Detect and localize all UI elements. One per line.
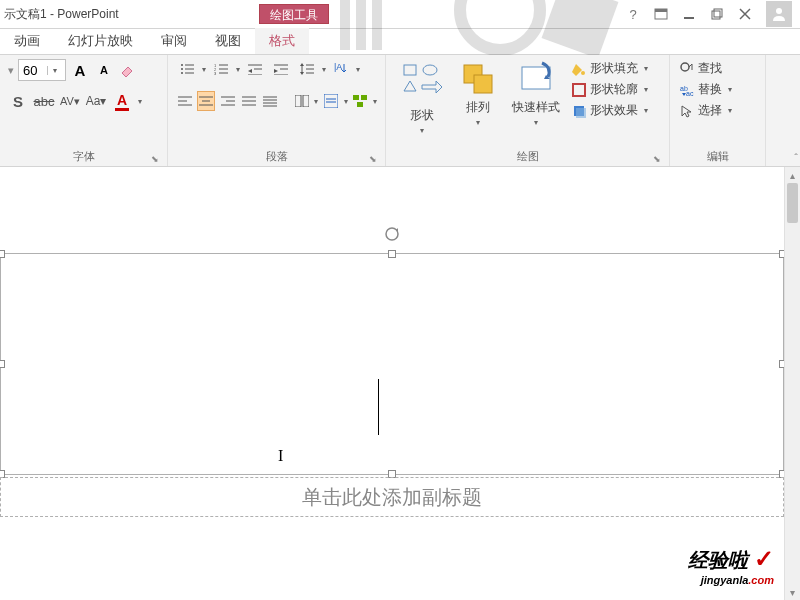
svg-rect-6 bbox=[655, 9, 667, 12]
columns-icon[interactable] bbox=[293, 91, 310, 111]
font-size-value: 60 bbox=[23, 63, 37, 78]
tab-animation[interactable]: 动画 bbox=[0, 28, 54, 54]
font-dialog-launcher[interactable]: ⬊ bbox=[151, 154, 159, 164]
shape-outline-button[interactable]: 形状轮廓▾ bbox=[570, 80, 650, 99]
quick-styles-button[interactable]: 快速样式 ▾ bbox=[506, 59, 566, 129]
editing-group-label: 编辑 bbox=[707, 150, 729, 162]
shape-fill-button[interactable]: 形状填充▾ bbox=[570, 59, 650, 78]
font-group-label: 字体 bbox=[73, 150, 95, 162]
svg-point-61 bbox=[423, 65, 437, 75]
watermark-check-icon: ✓ bbox=[754, 545, 774, 572]
arrange-icon bbox=[460, 61, 496, 97]
paragraph-group-label: 段落 bbox=[266, 150, 288, 162]
smartart-icon[interactable] bbox=[352, 91, 369, 111]
restore-button[interactable] bbox=[706, 3, 728, 25]
scroll-thumb[interactable] bbox=[787, 183, 798, 223]
replace-button[interactable]: abac替换▾ bbox=[678, 80, 757, 99]
svg-rect-63 bbox=[474, 75, 492, 93]
replace-label: 替换 bbox=[698, 81, 722, 98]
decrease-indent-icon[interactable] bbox=[244, 59, 266, 79]
collapse-ribbon-icon[interactable]: ˆ bbox=[794, 152, 798, 164]
slide-canvas[interactable]: I 单击此处添加副标题 经验啦 ✓ jingyanla.com bbox=[0, 167, 784, 600]
increase-indent-icon[interactable] bbox=[270, 59, 292, 79]
justify-icon[interactable] bbox=[240, 91, 257, 111]
svg-rect-54 bbox=[324, 94, 338, 108]
numbering-icon[interactable]: 123 bbox=[210, 59, 232, 79]
resize-handle[interactable] bbox=[0, 360, 5, 368]
find-button[interactable]: 查找 bbox=[678, 59, 757, 78]
strikethrough-icon[interactable]: abc bbox=[34, 91, 54, 111]
find-label: 查找 bbox=[698, 60, 722, 77]
ribbon-display-button[interactable] bbox=[650, 3, 672, 25]
text-cursor bbox=[378, 379, 379, 435]
rotate-handle-icon[interactable] bbox=[384, 226, 400, 242]
align-right-icon[interactable] bbox=[219, 91, 236, 111]
shape-effects-icon bbox=[572, 104, 586, 118]
watermark: 经验啦 ✓ jingyanla.com bbox=[688, 545, 774, 586]
shapes-label: 形状 bbox=[410, 107, 434, 124]
shape-effects-label: 形状效果 bbox=[590, 102, 638, 119]
drawing-dialog-launcher[interactable]: ⬊ bbox=[653, 154, 661, 164]
svg-rect-68 bbox=[576, 108, 586, 118]
shape-outline-label: 形状轮廓 bbox=[590, 81, 638, 98]
shape-effects-button[interactable]: 形状效果▾ bbox=[570, 101, 650, 120]
scroll-up-icon[interactable]: ▴ bbox=[785, 167, 800, 183]
table-row[interactable] bbox=[31, 350, 41, 376]
shadow-icon[interactable]: S bbox=[8, 91, 28, 111]
vertical-scrollbar[interactable]: ▴ ▾ bbox=[784, 167, 800, 600]
ibeam-cursor-icon: I bbox=[278, 447, 283, 465]
shapes-button[interactable]: 形状 ▾ bbox=[394, 59, 450, 137]
tab-format[interactable]: 格式 bbox=[255, 28, 309, 54]
minimize-button[interactable] bbox=[678, 3, 700, 25]
table-row[interactable] bbox=[31, 324, 41, 350]
quick-styles-label: 快速样式 bbox=[512, 99, 560, 116]
svg-rect-58 bbox=[361, 95, 367, 100]
user-account-icon[interactable] bbox=[766, 1, 792, 27]
title-placeholder-selection[interactable] bbox=[0, 253, 784, 475]
font-size-input[interactable]: 60▾ bbox=[18, 59, 66, 81]
font-color-icon[interactable]: A bbox=[112, 91, 132, 111]
decrease-font-icon[interactable]: A bbox=[94, 60, 114, 80]
shape-fill-icon bbox=[572, 62, 586, 76]
shape-fill-label: 形状填充 bbox=[590, 60, 638, 77]
help-button[interactable]: ? bbox=[622, 3, 644, 25]
svg-point-65 bbox=[581, 71, 585, 75]
tab-view[interactable]: 视图 bbox=[201, 28, 255, 54]
bullets-icon[interactable] bbox=[176, 59, 198, 79]
svg-rect-60 bbox=[404, 65, 416, 75]
char-spacing-icon[interactable]: AV▾ bbox=[60, 91, 80, 111]
distribute-icon[interactable] bbox=[262, 91, 279, 111]
align-text-icon[interactable] bbox=[322, 91, 339, 111]
svg-point-15 bbox=[181, 68, 183, 70]
align-left-icon[interactable] bbox=[176, 91, 193, 111]
increase-font-icon[interactable]: A bbox=[70, 60, 90, 80]
resize-handle[interactable] bbox=[0, 250, 5, 258]
tab-review[interactable]: 审阅 bbox=[147, 28, 201, 54]
watermark-url: jingyanla bbox=[701, 574, 749, 586]
svg-rect-8 bbox=[712, 11, 720, 19]
svg-text:3: 3 bbox=[214, 71, 217, 75]
paragraph-dialog-launcher[interactable]: ⬊ bbox=[369, 154, 377, 164]
align-center-icon[interactable] bbox=[197, 91, 215, 111]
svg-rect-9 bbox=[714, 9, 722, 17]
replace-icon: abac bbox=[680, 83, 694, 97]
select-icon bbox=[680, 104, 694, 118]
window-title: 示文稿1 - PowerPoint bbox=[0, 6, 119, 23]
close-button[interactable] bbox=[734, 3, 756, 25]
select-button[interactable]: 选择▾ bbox=[678, 101, 757, 120]
arrange-label: 排列 bbox=[466, 99, 490, 116]
table-row[interactable] bbox=[31, 298, 41, 324]
text-direction-icon[interactable]: |A bbox=[330, 59, 352, 79]
svg-point-17 bbox=[181, 72, 183, 74]
subtitle-placeholder[interactable]: 单击此处添加副标题 bbox=[0, 477, 784, 517]
change-case-icon[interactable]: Aa▾ bbox=[86, 91, 106, 111]
arrange-button[interactable]: 排列 ▾ bbox=[454, 59, 502, 129]
scroll-down-icon[interactable]: ▾ bbox=[785, 584, 800, 600]
font-dropdown-indicator[interactable]: ▾ bbox=[8, 64, 14, 77]
resize-handle[interactable] bbox=[388, 250, 396, 258]
select-label: 选择 bbox=[698, 102, 722, 119]
tab-slideshow[interactable]: 幻灯片放映 bbox=[54, 28, 147, 54]
slide-table[interactable] bbox=[30, 297, 41, 376]
clear-format-icon[interactable] bbox=[118, 60, 138, 80]
line-spacing-icon[interactable] bbox=[296, 59, 318, 79]
